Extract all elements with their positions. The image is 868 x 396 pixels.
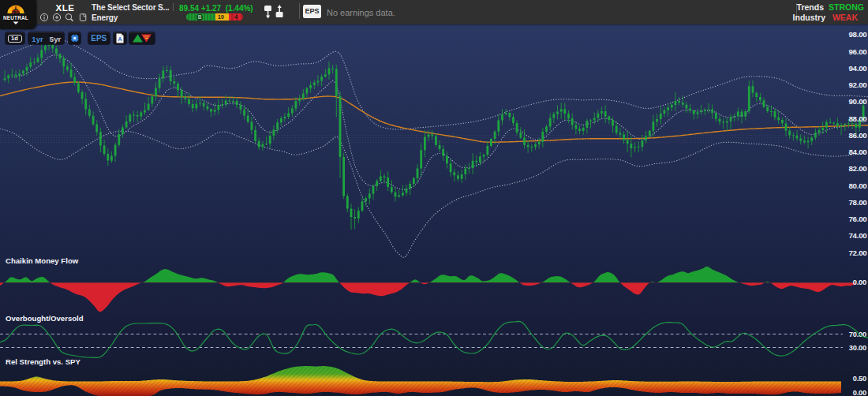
- svg-text:78.00: 78.00: [848, 198, 867, 207]
- svg-text:92.00: 92.00: [848, 80, 867, 89]
- svg-text:88.00: 88.00: [848, 114, 867, 123]
- svg-text:0.00: 0.00: [853, 278, 866, 286]
- svg-text:86.00: 86.00: [848, 131, 867, 140]
- svg-text:0.50: 0.50: [853, 375, 866, 383]
- svg-text:Overbought/Oversold: Overbought/Oversold: [6, 314, 84, 323]
- svg-text:82.00: 82.00: [848, 164, 867, 173]
- svg-text:0.00: 0.00: [853, 389, 866, 396]
- svg-text:96.00: 96.00: [848, 47, 867, 56]
- svg-text:30.00: 30.00: [849, 344, 866, 352]
- svg-text:94.00: 94.00: [848, 64, 867, 73]
- svg-text:Rel Strength vs. SPY: Rel Strength vs. SPY: [6, 357, 80, 366]
- svg-text:Chaikin Money Flow: Chaikin Money Flow: [6, 256, 79, 265]
- svg-text:98.00: 98.00: [848, 30, 867, 39]
- svg-text:A: A: [118, 36, 122, 42]
- svg-text:90.00: 90.00: [848, 97, 867, 106]
- svg-text:76.00: 76.00: [848, 215, 867, 223]
- svg-text:74.00: 74.00: [848, 231, 867, 240]
- svg-text:84.00: 84.00: [848, 148, 867, 156]
- svg-text:NEUTRAL: NEUTRAL: [3, 15, 28, 21]
- svg-text:72.00: 72.00: [848, 248, 867, 257]
- svg-text:80.00: 80.00: [848, 181, 867, 190]
- svg-text:ETF: ETF: [12, 9, 21, 14]
